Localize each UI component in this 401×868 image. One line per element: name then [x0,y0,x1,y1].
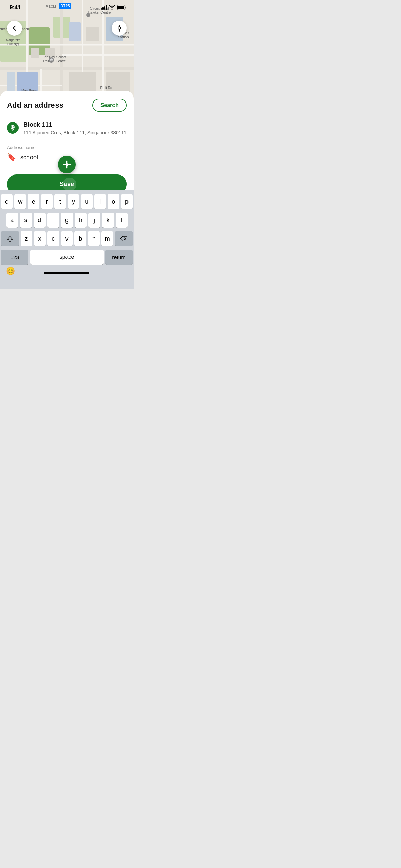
key-a[interactable]: a [6,213,18,228]
svg-text:Margaret's: Margaret's [6,38,21,42]
svg-text:🏛: 🏛 [50,58,53,62]
field-label: Address name [7,145,127,150]
svg-text:Primary): Primary) [7,42,19,46]
key-z[interactable]: z [21,231,32,246]
backspace-key[interactable] [115,231,133,246]
svg-rect-18 [69,22,81,41]
keyboard-rows: q w e r t y u i o p a s d f g h j k l [1,194,133,265]
key-x[interactable]: x [34,231,46,246]
key-m[interactable]: m [101,231,113,246]
locate-button[interactable] [112,21,127,36]
key-o[interactable]: o [108,194,119,209]
keyboard-bottom: 😊 [1,265,133,276]
address-block: Block 111 111 Aljunied Cres, Block 111, … [7,121,127,135]
home-indicator [44,272,89,274]
key-c[interactable]: c [47,231,59,246]
sheet-header: Add an address Search [7,99,127,112]
back-button[interactable] [7,21,22,36]
key-n[interactable]: n [88,231,100,246]
battery-icon [117,5,127,10]
key-j[interactable]: j [88,213,100,228]
key-t[interactable]: t [54,194,66,209]
return-key[interactable]: return [105,250,133,265]
wifi-icon [109,5,115,10]
key-p[interactable]: p [121,194,133,209]
key-b[interactable]: b [74,231,86,246]
keyboard-row-4: 123 space return [1,250,133,265]
key-y[interactable]: y [68,194,80,209]
key-u[interactable]: u [81,194,93,209]
svg-point-54 [12,126,14,128]
save-ripple [63,178,76,191]
map-center-marker [58,156,76,173]
svg-text:Lion City Sailors: Lion City Sailors [42,55,66,59]
keyboard-row-2: a s d f g h j k l [1,213,133,228]
key-d[interactable]: d [34,213,46,228]
key-r[interactable]: r [41,194,53,209]
address-detail: 111 Aljunied Cres, Block 111, Singapore … [23,130,127,135]
svg-text:Station: Station [118,35,129,39]
space-key[interactable]: space [30,250,104,265]
status-bar: 9:41 [0,0,134,15]
svg-rect-24 [7,72,15,93]
bookmark-icon: 🔖 [7,153,16,162]
numbers-key[interactable]: 123 [1,250,28,265]
key-w[interactable]: w [14,194,26,209]
address-text: Block 111 111 Aljunied Cres, Block 111, … [23,121,127,135]
key-s[interactable]: s [20,213,32,228]
search-button[interactable]: Search [92,99,127,112]
emoji-key[interactable]: 😊 [6,267,15,276]
key-e[interactable]: e [28,194,39,209]
svg-rect-52 [118,6,124,9]
svg-rect-16 [31,48,39,58]
key-v[interactable]: v [61,231,73,246]
shift-key[interactable] [1,231,19,246]
keyboard: q w e r t y u i o p a s d f g h j k l [0,190,134,289]
key-f[interactable]: f [47,213,59,228]
svg-text:Training Centre: Training Centre [42,59,66,63]
svg-point-46 [118,27,121,29]
keyboard-row-3: z x c v b n m [1,231,133,246]
keyboard-row-1: q w e r t y u i o p [1,194,133,209]
address-name: Block 111 [23,121,127,129]
key-l[interactable]: l [116,213,128,228]
key-g[interactable]: g [61,213,73,228]
signal-icon [101,5,107,10]
svg-text:Pipit Rd: Pipit Rd [100,86,112,90]
svg-rect-19 [86,27,99,41]
key-q[interactable]: q [1,194,13,209]
location-pin-icon [7,122,19,134]
key-i[interactable]: i [94,194,106,209]
key-k[interactable]: k [102,213,114,228]
status-icons [101,5,127,10]
key-h[interactable]: h [75,213,87,228]
status-time: 9:41 [10,4,21,11]
sheet-title: Add an address [7,101,63,110]
